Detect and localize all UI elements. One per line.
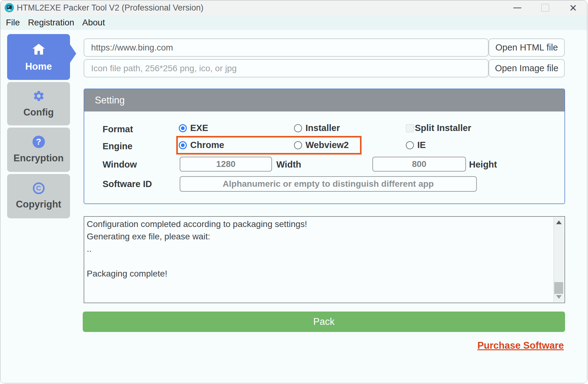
setting-panel-title: Setting bbox=[95, 95, 125, 106]
format-option-exe[interactable]: EXE bbox=[179, 123, 208, 133]
engine-option-ie[interactable]: IE bbox=[406, 140, 426, 150]
open-html-file-button[interactable]: Open HTML file bbox=[489, 38, 565, 57]
scrollbar-thumb[interactable] bbox=[554, 282, 563, 294]
sidebar-item-label: Copyright bbox=[16, 199, 61, 210]
log-line: Configuration completed according to pac… bbox=[87, 218, 551, 230]
sidebar-item-config[interactable]: Config bbox=[7, 82, 70, 125]
minimize-icon bbox=[513, 7, 521, 8]
scroll-up-icon[interactable] bbox=[556, 220, 562, 224]
radio-ie[interactable] bbox=[406, 141, 414, 149]
software-id-input[interactable] bbox=[180, 176, 477, 192]
checkbox-split-installer[interactable] bbox=[406, 124, 414, 132]
pack-button[interactable]: Pack bbox=[83, 312, 565, 332]
active-tab-arrow-icon bbox=[70, 44, 76, 63]
open-image-file-button[interactable]: Open Image file bbox=[489, 59, 565, 77]
main-content: Home Config ? Encryption C Copyright Ope… bbox=[0, 30, 587, 383]
sidebar-item-label: Home bbox=[25, 61, 52, 72]
sidebar-item-label: Encryption bbox=[14, 153, 64, 164]
window-label: Window bbox=[103, 159, 137, 170]
log-line: Packaging complete! bbox=[87, 268, 551, 280]
format-option-label: Installer bbox=[305, 123, 340, 133]
sidebar-item-copyright[interactable]: C Copyright bbox=[7, 174, 70, 218]
window-width-input[interactable] bbox=[180, 157, 272, 172]
format-option-label: Split Installer bbox=[415, 123, 471, 133]
menu-file[interactable]: File bbox=[6, 18, 20, 28]
engine-option-label: IE bbox=[417, 140, 426, 150]
engine-option-webview2[interactable]: Webview2 bbox=[294, 140, 349, 150]
log-lines: Configuration completed according to pac… bbox=[87, 218, 551, 280]
log-line: Generating exe file, please wait: bbox=[87, 230, 551, 243]
window-height-input[interactable] bbox=[372, 157, 466, 172]
minimize-button[interactable] bbox=[503, 0, 531, 15]
maximize-button[interactable] bbox=[531, 0, 559, 15]
sidebar-item-encryption[interactable]: ? Encryption bbox=[7, 128, 70, 172]
purchase-software-link[interactable]: Purchase Software bbox=[477, 340, 564, 351]
menu-bar: File Registration About bbox=[0, 15, 587, 30]
icon-path-input[interactable] bbox=[84, 59, 489, 77]
sidebar-item-label: Config bbox=[23, 107, 54, 118]
home-icon bbox=[32, 42, 46, 56]
app-logo-icon bbox=[4, 3, 14, 13]
radio-exe[interactable] bbox=[179, 124, 187, 132]
log-line: .. bbox=[87, 243, 551, 255]
format-option-label: EXE bbox=[190, 123, 208, 133]
radio-installer[interactable] bbox=[294, 124, 302, 132]
sidebar-item-home[interactable]: Home bbox=[7, 34, 70, 80]
title-bar: HTML2EXE Packer Tool V2 (Professional Ve… bbox=[0, 0, 587, 15]
copyright-icon: C bbox=[33, 182, 45, 194]
window-title: HTML2EXE Packer Tool V2 (Professional Ve… bbox=[17, 3, 204, 13]
menu-registration[interactable]: Registration bbox=[28, 18, 74, 28]
url-input[interactable] bbox=[84, 38, 489, 57]
app-window: HTML2EXE Packer Tool V2 (Professional Ve… bbox=[0, 0, 587, 383]
setting-panel: Setting Format EXE Installer Split Insta… bbox=[84, 89, 565, 204]
close-button[interactable]: × bbox=[559, 0, 587, 15]
close-icon: × bbox=[569, 2, 577, 14]
gear-icon bbox=[33, 90, 45, 102]
format-label: Format bbox=[103, 124, 133, 134]
log-output[interactable]: Configuration completed according to pac… bbox=[84, 216, 565, 303]
log-line bbox=[87, 255, 551, 268]
window-controls: × bbox=[503, 0, 587, 15]
radio-webview2[interactable] bbox=[294, 141, 302, 149]
format-option-split-installer[interactable]: Split Installer bbox=[406, 123, 471, 133]
engine-label: Engine bbox=[103, 141, 133, 151]
software-id-label: Software ID bbox=[103, 179, 152, 189]
maximize-icon bbox=[541, 4, 549, 12]
menu-about[interactable]: About bbox=[82, 18, 105, 28]
radio-chrome[interactable] bbox=[179, 141, 187, 149]
log-scrollbar[interactable] bbox=[554, 217, 564, 302]
format-option-installer[interactable]: Installer bbox=[294, 123, 340, 133]
engine-option-chrome[interactable]: Chrome bbox=[179, 140, 224, 150]
engine-option-label: Webview2 bbox=[305, 140, 349, 150]
height-suffix-label: Height bbox=[469, 159, 497, 170]
engine-option-label: Chrome bbox=[190, 140, 224, 150]
scroll-down-icon[interactable] bbox=[556, 295, 562, 299]
question-circle-icon: ? bbox=[33, 136, 45, 148]
width-suffix-label: Width bbox=[276, 159, 301, 170]
setting-panel-header: Setting bbox=[84, 89, 564, 111]
